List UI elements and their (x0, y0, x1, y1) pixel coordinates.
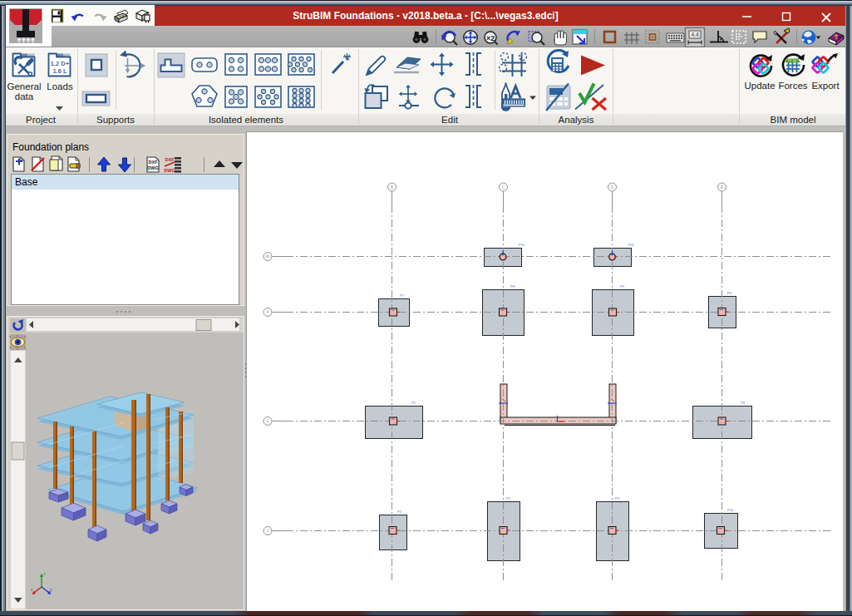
svg-text:B: B (391, 185, 393, 190)
svg-text:P6: P6 (741, 401, 746, 405)
svg-text:P12: P12 (727, 508, 734, 512)
svg-text:D: D (611, 185, 614, 190)
svg-text:E: E (721, 185, 723, 190)
svg-text:Update: Update (744, 81, 775, 91)
svg-text:P8: P8 (510, 284, 515, 288)
svg-text:1: 1 (267, 529, 269, 533)
svg-text:P3: P3 (615, 496, 620, 500)
svg-text:Supports: Supports (96, 115, 135, 125)
svg-text:P7: P7 (400, 293, 405, 298)
svg-text:C: C (502, 185, 505, 190)
svg-text:Edit: Edit (441, 115, 459, 125)
svg-text:z: z (43, 571, 46, 576)
svg-text:Project: Project (26, 115, 57, 125)
svg-text:P2: P2 (397, 510, 402, 514)
svg-text:P11: P11 (628, 243, 635, 247)
svg-text:4b: 4b (265, 254, 270, 259)
svg-text:DWG: DWG (147, 165, 158, 170)
svg-text:P10: P10 (519, 243, 525, 247)
svg-text:BIM model: BIM model (771, 115, 816, 125)
svg-text:Loads: Loads (47, 81, 73, 91)
svg-text:P1: P1 (506, 496, 511, 500)
svg-text:2: 2 (267, 419, 269, 423)
svg-text:Analysis: Analysis (559, 115, 594, 125)
svg-text:Forces: Forces (778, 81, 807, 91)
svg-text:P4: P4 (727, 291, 732, 295)
svg-text:General: General (7, 81, 42, 91)
svg-text:×2: ×2 (486, 34, 495, 42)
svg-text:DXF: DXF (165, 157, 175, 162)
svg-text:y: y (50, 587, 52, 592)
svg-text:4.4: 4.4 (691, 32, 698, 37)
svg-text:Isolated elements: Isolated elements (209, 115, 283, 125)
svg-text:x: x (31, 587, 33, 592)
svg-text:DWG: DWG (164, 168, 175, 173)
svg-text:P5: P5 (411, 401, 416, 405)
svg-text:P9: P9 (620, 284, 625, 288)
svg-text:Export: Export (811, 81, 840, 91)
svg-text:4: 4 (267, 310, 269, 314)
svg-text:DXF: DXF (149, 160, 159, 165)
svg-text:1.6 L: 1.6 L (52, 67, 67, 75)
svg-text:data: data (15, 91, 34, 101)
svg-text:1.2 D+: 1.2 D+ (51, 60, 70, 67)
